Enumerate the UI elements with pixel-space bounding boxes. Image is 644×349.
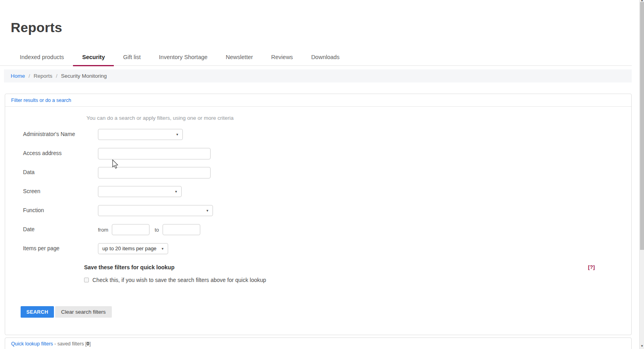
filter-panel-header: Filter results or do a search xyxy=(5,94,631,107)
scrollbar[interactable]: ▲ ▼ xyxy=(639,0,644,349)
quick-lookup-panel: Quick lookup filters - saved filters [0] xyxy=(5,337,632,349)
date-to-label: to xyxy=(155,227,159,233)
function-label: Function xyxy=(23,205,98,213)
screen-row: Screen ▼ xyxy=(23,186,631,198)
tab-security[interactable]: Security xyxy=(73,50,114,66)
clear-search-filters-button[interactable]: Clear search filters xyxy=(55,306,112,318)
saved-filters-text-close: ] xyxy=(89,341,90,347)
data-input[interactable] xyxy=(98,167,211,178)
help-icon[interactable]: [?] xyxy=(588,264,595,270)
tab-indexed-products[interactable]: Indexed products xyxy=(11,50,73,65)
items-per-page-row: Items per page up to 20 items per page ▼ xyxy=(23,243,631,255)
date-from-input[interactable] xyxy=(112,224,150,235)
data-row: Data xyxy=(23,167,631,178)
admin-name-select[interactable]: ▼ xyxy=(98,129,183,140)
tab-downloads[interactable]: Downloads xyxy=(302,50,349,65)
data-label: Data xyxy=(23,167,98,175)
save-filters-title: Save these filters for quick lookup xyxy=(84,264,611,270)
items-per-page-select[interactable]: up to 20 items per page ▼ xyxy=(98,243,168,254)
saved-filters-text: - saved filters [ xyxy=(53,341,87,347)
tab-reviews[interactable]: Reviews xyxy=(262,50,302,65)
items-per-page-label: Items per page xyxy=(23,243,98,251)
tab-inventory-shortage[interactable]: Inventory Shortage xyxy=(150,50,217,65)
breadcrumb: Home / Reports / Security Monitoring xyxy=(4,69,632,82)
tab-gift-list[interactable]: Gift list xyxy=(114,50,150,65)
filter-form: Administrator's Name ▼ Access address Da… xyxy=(5,129,631,335)
breadcrumb-reports: Reports xyxy=(34,73,52,79)
chevron-down-icon: ▼ xyxy=(174,190,178,194)
breadcrumb-separator: / xyxy=(29,73,30,79)
tab-bar: Indexed products Security Gift list Inve… xyxy=(0,50,632,66)
page-title: Reports xyxy=(11,20,644,35)
date-to-input[interactable] xyxy=(163,224,200,235)
save-filters-checkbox-label: Check this, if you wish to save the sear… xyxy=(92,277,266,283)
chevron-down-icon: ▼ xyxy=(206,209,209,213)
filter-hint-text: You can do a search or apply filters, us… xyxy=(86,115,631,121)
admin-name-label: Administrator's Name xyxy=(23,129,98,137)
access-address-input[interactable] xyxy=(98,148,211,159)
function-row: Function ▼ xyxy=(23,205,631,217)
quick-lookup-filters-link[interactable]: Quick lookup filters xyxy=(11,341,53,347)
breadcrumb-current: Security Monitoring xyxy=(61,73,107,79)
filter-panel: Filter results or do a search You can do… xyxy=(5,94,632,335)
access-address-row: Access address xyxy=(23,148,631,159)
access-address-label: Access address xyxy=(23,148,98,156)
save-filters-checkbox[interactable] xyxy=(84,278,89,282)
search-button[interactable]: SEARCH xyxy=(21,306,54,318)
scrollbar-thumb[interactable] xyxy=(640,2,644,250)
filter-toggle-link[interactable]: Filter results or do a search xyxy=(11,98,71,103)
tab-newsletter[interactable]: Newsletter xyxy=(217,50,262,65)
date-from-label: from xyxy=(98,224,108,233)
date-label: Date xyxy=(23,224,98,232)
scroll-down-icon[interactable]: ▼ xyxy=(640,345,644,348)
chevron-down-icon: ▼ xyxy=(176,133,179,136)
save-filters-section: Save these filters for quick lookup [?] … xyxy=(84,264,611,283)
reports-page: Reports Indexed products Security Gift l… xyxy=(0,0,644,349)
date-row: Date from to xyxy=(23,224,631,236)
screen-label: Screen xyxy=(23,186,98,194)
filter-buttons-row: SEARCH Clear search filters xyxy=(21,306,631,335)
screen-select[interactable]: ▼ xyxy=(98,186,182,197)
function-select[interactable]: ▼ xyxy=(98,205,213,216)
save-filters-checkbox-row: Check this, if you wish to save the sear… xyxy=(84,277,611,283)
breadcrumb-separator: / xyxy=(56,73,58,79)
items-per-page-select-value: up to 20 items per page xyxy=(98,244,168,254)
breadcrumb-home-link[interactable]: Home xyxy=(11,73,25,79)
admin-name-row: Administrator's Name ▼ xyxy=(23,129,631,140)
